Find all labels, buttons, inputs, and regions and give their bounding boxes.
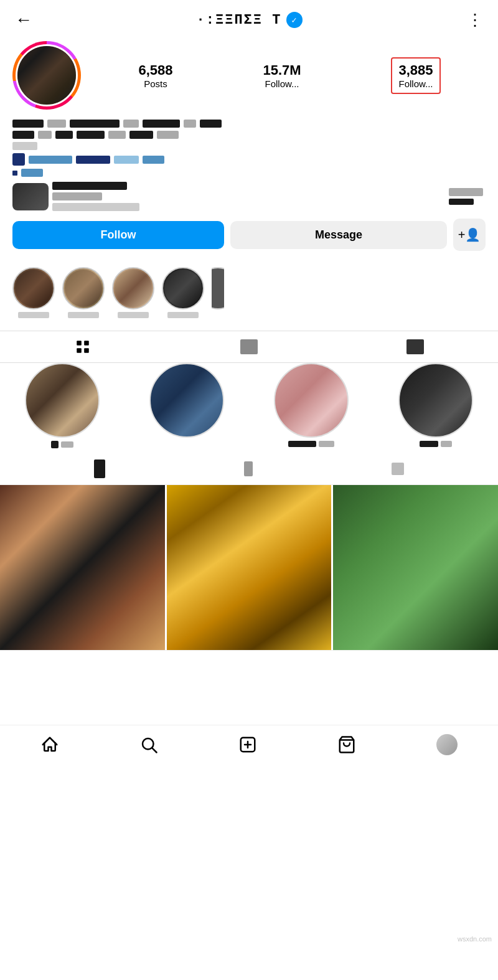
highlight-circle-4	[162, 267, 204, 309]
suggested-account-4[interactable]	[374, 363, 498, 448]
avatar-ring[interactable]	[12, 41, 81, 110]
b8	[12, 142, 37, 150]
bottom-navigation	[0, 725, 498, 766]
tab-icon-shape-3	[392, 463, 404, 475]
tab-icon-2[interactable]	[244, 461, 253, 476]
grid-cell-3[interactable]	[333, 485, 498, 650]
action-buttons-row: Follow Message +👤	[12, 219, 486, 251]
suggested-account-2[interactable]	[125, 363, 249, 448]
rb1	[449, 188, 483, 196]
grid-image-3	[333, 485, 498, 650]
tabs-section	[0, 331, 498, 363]
svg-line-5	[152, 748, 156, 752]
following-stat[interactable]: 3,885 Follow...	[391, 57, 440, 94]
grid-image-1	[0, 485, 165, 650]
svg-rect-3	[84, 348, 89, 353]
b2	[38, 131, 52, 139]
suggested-account-1[interactable]	[0, 363, 125, 448]
tagged-tab[interactable]	[332, 331, 498, 362]
highlights-section	[12, 261, 486, 323]
pb-s2	[61, 441, 73, 448]
link-right-blocks	[449, 188, 486, 205]
suggested-label-row-4	[420, 441, 452, 447]
search-icon	[139, 735, 158, 754]
followers-label: Follow...	[263, 78, 301, 89]
more-options-button[interactable]: ⋮	[467, 12, 483, 28]
highlight-circle-3	[112, 267, 154, 309]
b1	[12, 131, 34, 139]
highlight-circle-5	[212, 267, 224, 309]
search-nav-button[interactable]	[139, 735, 158, 754]
stats-row: 6,588 Posts 15.7M Follow... 3,885 Follow…	[93, 57, 486, 94]
link-text-4	[143, 156, 164, 164]
highlight-item-4[interactable]	[162, 267, 204, 318]
suggested-avatar-1	[25, 363, 100, 438]
bio-name-block-1	[12, 120, 44, 128]
pb-s3	[288, 441, 316, 447]
reels-icon	[240, 339, 258, 354]
highlight-item-3[interactable]	[112, 267, 154, 318]
link-preview-row[interactable]	[12, 182, 486, 211]
link-thumbnail	[12, 183, 49, 210]
highlight-circle-2	[62, 267, 105, 309]
b4	[77, 131, 105, 139]
suggested-account-3[interactable]	[249, 363, 374, 448]
tab-icon-1[interactable]	[94, 459, 105, 478]
tab-icon-3[interactable]	[392, 463, 404, 475]
link-text-2	[76, 156, 110, 164]
grid-cell-2[interactable]	[167, 485, 332, 650]
reels-tab[interactable]	[166, 331, 332, 362]
shop-icon	[337, 735, 356, 754]
posts-count: 6,588	[138, 62, 172, 78]
highlight-item-2[interactable]	[62, 267, 105, 318]
b6	[129, 131, 153, 139]
grid-icon	[75, 339, 91, 355]
verified-badge-icon: ✓	[286, 12, 303, 28]
b7	[157, 131, 179, 139]
posts-label: Posts	[138, 78, 172, 89]
avatar-wrapper	[12, 41, 81, 110]
highlight-label-2	[68, 312, 99, 318]
highlight-item-5[interactable]	[212, 267, 224, 318]
profile-username-header: ·:ΞΞΠΣΞ Τ ✓	[197, 12, 303, 28]
rb2	[449, 199, 474, 205]
shop-nav-button[interactable]	[337, 735, 356, 754]
back-button[interactable]: ←	[15, 11, 32, 29]
profile-section: 6,588 Posts 15.7M Follow... 3,885 Follow…	[0, 36, 498, 331]
posts-stat[interactable]: 6,588 Posts	[138, 62, 172, 89]
add-nav-button[interactable]	[238, 735, 257, 754]
svg-rect-0	[77, 341, 82, 346]
bio-row-4	[12, 153, 486, 166]
grid-cell-1[interactable]	[0, 485, 165, 650]
highlight-label-1	[18, 312, 49, 318]
grid-tab[interactable]	[0, 331, 166, 362]
link-text-1	[29, 156, 72, 164]
follow-button[interactable]: Follow	[12, 221, 224, 249]
suggested-avatar-2	[149, 363, 224, 438]
add-friend-button[interactable]: +👤	[453, 219, 486, 251]
suggested-avatar-3	[274, 363, 349, 438]
bio-name-row	[12, 120, 486, 128]
pb-s6	[441, 441, 452, 447]
bio-name-block-6	[184, 120, 196, 128]
profile-nav-button[interactable]	[436, 734, 458, 755]
message-button[interactable]: Message	[230, 221, 447, 249]
link-text-column	[52, 182, 139, 211]
bio-name-block-2	[47, 120, 66, 128]
bio-row-3	[12, 142, 486, 150]
tagged-icon	[406, 339, 424, 354]
home-nav-button[interactable]	[40, 735, 59, 754]
b5	[108, 131, 126, 139]
add-person-icon: +👤	[458, 227, 481, 242]
avatar	[16, 44, 78, 106]
watermark: wsxdn.com	[458, 935, 492, 943]
pb-s1	[51, 441, 59, 448]
followers-stat[interactable]: 15.7M Follow...	[263, 62, 301, 89]
top-navigation: ← ·:ΞΞΠΣΞ Τ ✓ ⋮	[0, 0, 498, 36]
highlight-image-3	[115, 270, 152, 307]
svg-rect-1	[84, 341, 89, 346]
highlight-item-1[interactable]	[12, 267, 55, 318]
username-text: ·:ΞΞΠΣΞ Τ	[197, 12, 282, 28]
link-icon-1	[12, 153, 25, 166]
bio-name-block-4	[123, 120, 139, 128]
